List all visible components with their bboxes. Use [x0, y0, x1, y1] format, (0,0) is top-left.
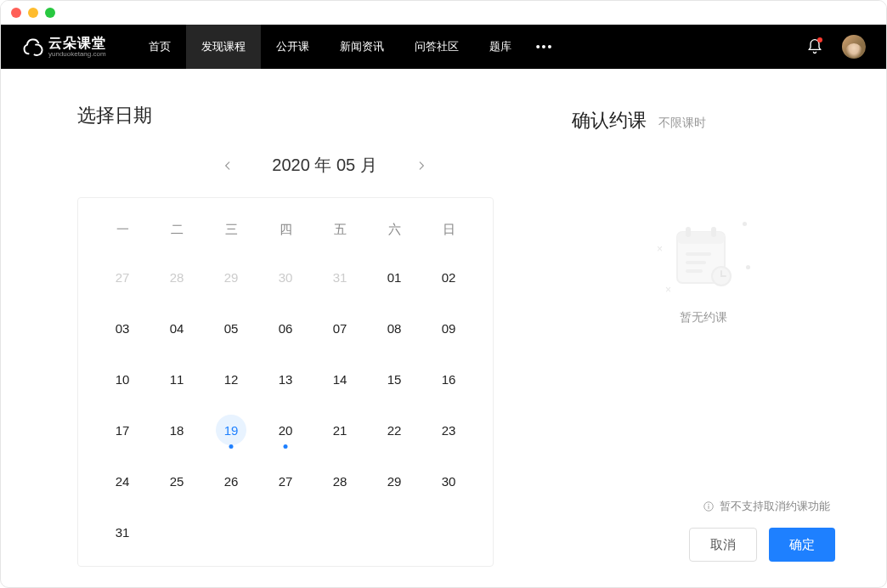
notification-bell-icon[interactable] — [806, 38, 823, 55]
day-cell[interactable]: 15 — [367, 353, 421, 404]
confirm-panel: 确认约课 不限课时 × × — [572, 103, 835, 562]
day-number: 13 — [270, 364, 301, 394]
info-icon — [703, 500, 715, 512]
day-number: 25 — [161, 466, 192, 496]
nav-item[interactable]: 新闻资讯 — [325, 25, 399, 69]
confirm-title: 确认约课 — [572, 108, 647, 133]
day-number: 30 — [270, 262, 301, 292]
day-cell[interactable]: 14 — [313, 353, 367, 404]
day-number: 21 — [325, 415, 355, 445]
next-month-button[interactable] — [411, 155, 432, 176]
day-number: 15 — [379, 364, 410, 394]
day-cell[interactable]: 10 — [95, 353, 150, 404]
avatar[interactable] — [842, 35, 866, 59]
day-number: 14 — [325, 364, 355, 394]
day-cell[interactable]: 26 — [204, 455, 258, 506]
day-cell[interactable]: 11 — [150, 353, 204, 404]
day-cell[interactable]: 29 — [367, 455, 421, 506]
day-of-week: 一 — [95, 212, 150, 252]
minimize-icon[interactable] — [28, 8, 38, 18]
day-cell[interactable]: 12 — [204, 353, 258, 404]
day-number: 04 — [161, 313, 192, 343]
day-of-week: 五 — [313, 212, 367, 252]
day-number: 17 — [107, 415, 138, 445]
titlebar — [1, 1, 886, 25]
day-number: 31 — [325, 262, 355, 292]
day-number: 30 — [433, 466, 464, 496]
day-number: 22 — [379, 415, 410, 445]
day-number: 26 — [216, 466, 246, 496]
day-number: 29 — [216, 262, 246, 292]
svg-rect-4 — [686, 252, 711, 256]
day-cell[interactable]: 17 — [95, 404, 150, 455]
nav-item[interactable]: 首页 — [133, 25, 186, 69]
day-number: 01 — [379, 262, 410, 292]
day-number: 24 — [107, 466, 138, 496]
calendar: 一二三四五六日272829303101020304050607080910111… — [77, 197, 494, 567]
svg-rect-1 — [677, 232, 725, 244]
day-number: 31 — [107, 517, 138, 547]
day-cell[interactable]: 09 — [421, 302, 476, 353]
day-cell[interactable]: 07 — [313, 302, 367, 353]
day-cell[interactable]: 16 — [421, 353, 476, 404]
empty-calendar-icon: × × — [657, 218, 750, 295]
day-number: 11 — [161, 364, 192, 394]
day-cell[interactable]: 31 — [95, 506, 150, 557]
svg-rect-6 — [686, 269, 703, 273]
day-cell[interactable]: 05 — [204, 302, 258, 353]
svg-rect-9 — [709, 506, 709, 509]
close-icon[interactable] — [11, 8, 21, 18]
cancel-button[interactable]: 取消 — [689, 528, 757, 562]
day-cell[interactable]: 20 — [258, 404, 313, 455]
day-cell[interactable]: 28 — [313, 455, 367, 506]
day-number: 12 — [216, 364, 246, 394]
day-cell[interactable]: 21 — [313, 404, 367, 455]
day-cell[interactable]: 27 — [258, 455, 313, 506]
day-cell: 28 — [150, 252, 204, 302]
day-number: 27 — [270, 466, 301, 496]
confirm-button[interactable]: 确定 — [769, 528, 835, 562]
day-number: 23 — [433, 415, 464, 445]
day-cell[interactable]: 30 — [421, 455, 476, 506]
day-cell[interactable]: 18 — [150, 404, 204, 455]
date-title: 选择日期 — [77, 103, 572, 128]
day-cell[interactable]: 25 — [150, 455, 204, 506]
empty-state: × × 暂无约课 — [572, 167, 835, 499]
day-cell[interactable]: 19 — [204, 404, 258, 455]
day-cell[interactable]: 13 — [258, 353, 313, 404]
day-number: 18 — [161, 415, 192, 445]
day-number: 08 — [379, 313, 410, 343]
nav-more-icon[interactable]: ••• — [534, 36, 556, 58]
logo[interactable]: 云朵课堂 yunduoketang.com — [21, 37, 106, 58]
day-cell[interactable]: 23 — [421, 404, 476, 455]
day-cell[interactable]: 02 — [421, 252, 476, 302]
nav-item[interactable]: 发现课程 — [186, 25, 261, 69]
day-cell[interactable]: 24 — [95, 455, 150, 506]
prev-month-button[interactable] — [218, 155, 238, 176]
day-cell: 31 — [313, 252, 367, 302]
day-cell: 29 — [204, 252, 258, 302]
day-number: 29 — [379, 466, 410, 496]
date-panel: 选择日期 2020 年 05 月 一二三四五六日2728293031010203… — [77, 103, 572, 562]
day-cell[interactable]: 06 — [258, 302, 313, 353]
logo-text: 云朵课堂 — [48, 37, 106, 50]
logo-subtext: yunduoketang.com — [48, 51, 106, 58]
day-cell[interactable]: 04 — [150, 302, 204, 353]
day-cell[interactable]: 08 — [367, 302, 421, 353]
day-cell[interactable]: 03 — [95, 302, 150, 353]
day-number: 28 — [325, 466, 355, 496]
day-of-week: 四 — [258, 212, 313, 252]
day-cell[interactable]: 01 — [367, 252, 421, 302]
day-cell[interactable]: 22 — [367, 404, 421, 455]
day-number: 09 — [433, 313, 464, 343]
notice: 暂不支持取消约课功能 — [572, 499, 835, 514]
nav-item[interactable]: 公开课 — [261, 25, 325, 69]
nav-item[interactable]: 问答社区 — [399, 25, 474, 69]
maximize-icon[interactable] — [45, 8, 55, 18]
svg-point-10 — [708, 504, 709, 505]
nav-item[interactable]: 题库 — [474, 25, 527, 69]
day-cell: 27 — [95, 252, 150, 302]
confirm-subtitle: 不限课时 — [658, 116, 706, 131]
nav-items: 首页发现课程公开课新闻资讯问答社区题库 — [133, 25, 527, 69]
day-of-week: 三 — [204, 212, 258, 252]
